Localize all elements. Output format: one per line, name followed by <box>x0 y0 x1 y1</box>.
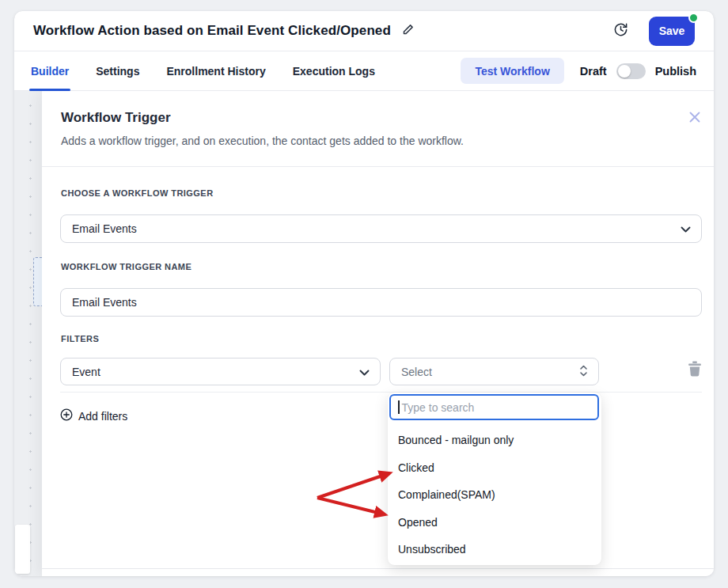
version-history-button[interactable] <box>613 22 628 40</box>
workflow-trigger-panel: Workflow Trigger Adds a workflow trigger… <box>42 91 714 576</box>
tab-execution-logs-label: Execution Logs <box>293 65 375 78</box>
tab-settings-label: Settings <box>96 65 139 78</box>
window-header: Workflow Action based on Email Event Cli… <box>14 11 714 51</box>
chevron-down-icon <box>359 366 370 378</box>
close-panel-button[interactable] <box>688 111 701 126</box>
dropdown-option-complained[interactable]: Complained(SPAM) <box>388 481 601 509</box>
dropdown-option-list: Bounced - mailgun only Clicked Complaine… <box>388 427 601 563</box>
draft-label: Draft <box>580 65 607 78</box>
workflow-window: Workflow Action based on Email Event Cli… <box>14 11 714 576</box>
trash-icon <box>688 367 702 379</box>
search-placeholder: Type to search <box>402 401 475 414</box>
save-button[interactable]: Save <box>649 17 695 46</box>
add-filters-label: Add filters <box>78 410 127 423</box>
dropdown-option-bounced[interactable]: Bounced - mailgun only <box>388 427 601 454</box>
clock-history-icon <box>613 22 628 40</box>
tab-builder[interactable]: Builder <box>29 51 70 90</box>
publish-toggle[interactable] <box>616 63 646 79</box>
divider <box>60 392 702 393</box>
trigger-type-select[interactable]: Email Events <box>60 214 702 243</box>
publish-control: Draft Publish <box>580 63 696 79</box>
filter-value-select[interactable]: Select <box>389 358 599 385</box>
tab-execution-logs[interactable]: Execution Logs <box>291 51 377 90</box>
tab-enrollment-history[interactable]: Enrollment History <box>165 51 267 90</box>
trigger-name-input[interactable] <box>60 288 702 317</box>
unsaved-changes-dot <box>688 13 699 23</box>
chevron-down-icon <box>681 222 691 235</box>
dropdown-option-unsubscribed[interactable]: Unsubscribed <box>388 536 601 563</box>
add-filters-button[interactable]: Add filters <box>60 408 127 423</box>
tab-builder-label: Builder <box>31 65 69 78</box>
trigger-name-label: WORKFLOW TRIGGER NAME <box>61 262 191 271</box>
workflow-canvas[interactable]: Workflow Trigger Adds a workflow trigger… <box>14 91 714 576</box>
publish-label: Publish <box>655 65 696 78</box>
close-icon <box>688 114 701 126</box>
test-workflow-button[interactable]: Test Workflow <box>461 58 563 84</box>
tab-enrollment-history-label: Enrollment History <box>166 65 265 78</box>
dropdown-option-opened[interactable]: Opened <box>388 509 601 537</box>
filters-label: FILTERS <box>61 334 99 343</box>
trigger-type-value: Email Events <box>72 222 137 235</box>
filter-field-value: Event <box>72 366 100 378</box>
panel-subtitle: Adds a workflow trigger, and on executio… <box>61 135 464 147</box>
divider <box>42 568 714 569</box>
delete-filter-button[interactable] <box>688 361 702 379</box>
page-title: Workflow Action based on Email Event Cli… <box>33 23 391 39</box>
divider <box>42 166 714 167</box>
dropdown-search-input[interactable]: Type to search <box>389 394 599 420</box>
pencil-icon <box>402 24 414 38</box>
plus-circle-icon <box>60 408 73 423</box>
choose-trigger-label: CHOOSE A WORKFLOW TRIGGER <box>61 188 214 198</box>
canvas-toolbar[interactable] <box>15 525 30 574</box>
save-button-label: Save <box>659 25 685 37</box>
toggle-knob <box>618 65 631 78</box>
chevrons-up-down-icon <box>579 364 588 379</box>
tab-settings[interactable]: Settings <box>94 51 141 90</box>
filter-value-placeholder: Select <box>401 366 432 378</box>
edit-title-button[interactable] <box>402 24 414 38</box>
dropdown-option-clicked[interactable]: Clicked <box>388 454 601 482</box>
tab-bar: Builder Settings Enrollment History Exec… <box>14 51 714 91</box>
panel-title: Workflow Trigger <box>61 110 171 126</box>
filter-field-select[interactable]: Event <box>60 358 381 385</box>
filter-value-dropdown: Type to search Bounced - mailgun only Cl… <box>388 393 601 565</box>
text-cursor <box>398 400 400 414</box>
